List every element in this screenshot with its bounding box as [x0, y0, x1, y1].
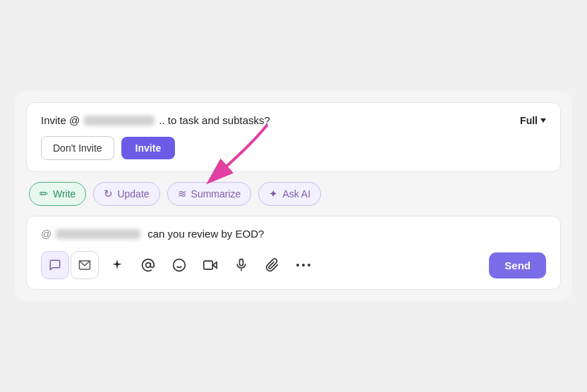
- summarize-button[interactable]: ≋ Summarize: [167, 182, 252, 206]
- mention-search-button[interactable]: [135, 252, 161, 278]
- envelope-icon: [78, 259, 91, 271]
- comment-icon-group: [41, 251, 99, 279]
- update-button[interactable]: ↻ Update: [93, 182, 159, 206]
- svg-point-2: [146, 263, 151, 268]
- mic-button[interactable]: [229, 252, 254, 278]
- summarize-icon: ≋: [178, 188, 187, 200]
- svg-point-10: [296, 264, 299, 267]
- chat-bubble-icon: [49, 259, 61, 271]
- send-button[interactable]: Send: [489, 252, 546, 278]
- invite-prefix: Invite @: [41, 114, 80, 126]
- video-icon: [203, 258, 217, 272]
- at-search-icon: [141, 258, 155, 272]
- more-button[interactable]: [291, 252, 316, 278]
- invite-button[interactable]: Invite: [121, 137, 176, 159]
- sparkle-action-button[interactable]: [104, 252, 130, 278]
- sparkle-icon: ✦: [269, 188, 278, 200]
- svg-point-11: [302, 264, 305, 267]
- emoji-button[interactable]: [167, 252, 192, 278]
- summarize-label: Summarize: [191, 188, 241, 200]
- comment-text: @ can you review by EOD?: [41, 228, 546, 240]
- update-icon: ↻: [104, 188, 113, 200]
- blurred-commenter: [56, 229, 140, 239]
- invite-suffix: .. to task and subtasks?: [159, 114, 270, 126]
- toolbar-row: ✏ Write ↻ Update ≋ Summarize ✦ Ask AI: [26, 182, 561, 206]
- write-icon: ✏: [40, 188, 49, 200]
- invite-actions: Don't Invite Invite: [41, 136, 546, 160]
- video-button[interactable]: [198, 252, 223, 278]
- invite-title: Invite @ .. to task and subtasks?: [41, 114, 270, 126]
- attach-button[interactable]: [260, 252, 285, 278]
- permission-selector[interactable]: Full: [520, 115, 546, 126]
- sparkle-action-icon: [110, 258, 124, 272]
- mic-icon: [234, 258, 248, 272]
- invite-card: Invite @ .. to task and subtasks? Full D…: [26, 102, 561, 172]
- svg-point-12: [308, 264, 310, 267]
- dont-invite-button[interactable]: Don't Invite: [41, 136, 114, 160]
- chevron-down-icon: [540, 118, 546, 123]
- write-label: Write: [53, 188, 75, 200]
- svg-point-3: [174, 259, 186, 271]
- attach-icon: [265, 258, 279, 272]
- ask-ai-button[interactable]: ✦ Ask AI: [258, 182, 321, 206]
- svg-marker-6: [212, 262, 217, 268]
- update-label: Update: [117, 188, 149, 200]
- invite-header: Invite @ .. to task and subtasks? Full: [41, 114, 546, 126]
- comment-actions: Send: [41, 251, 546, 279]
- main-container: Invite @ .. to task and subtasks? Full D…: [15, 91, 572, 301]
- permission-label: Full: [520, 115, 538, 126]
- comment-card: @ can you review by EOD?: [26, 216, 561, 290]
- write-button[interactable]: ✏ Write: [29, 182, 86, 206]
- more-icon: [296, 263, 310, 267]
- emoji-icon: [172, 258, 186, 272]
- email-button[interactable]: [71, 251, 99, 279]
- arrow-annotation: [182, 122, 274, 185]
- comment-body: can you review by EOD?: [147, 228, 264, 240]
- svg-rect-8: [240, 259, 243, 266]
- blurred-username: [84, 116, 155, 125]
- chat-bubble-button[interactable]: [41, 251, 69, 279]
- ask-ai-label: Ask AI: [282, 188, 310, 200]
- svg-rect-7: [204, 261, 213, 269]
- at-symbol: @: [41, 228, 52, 240]
